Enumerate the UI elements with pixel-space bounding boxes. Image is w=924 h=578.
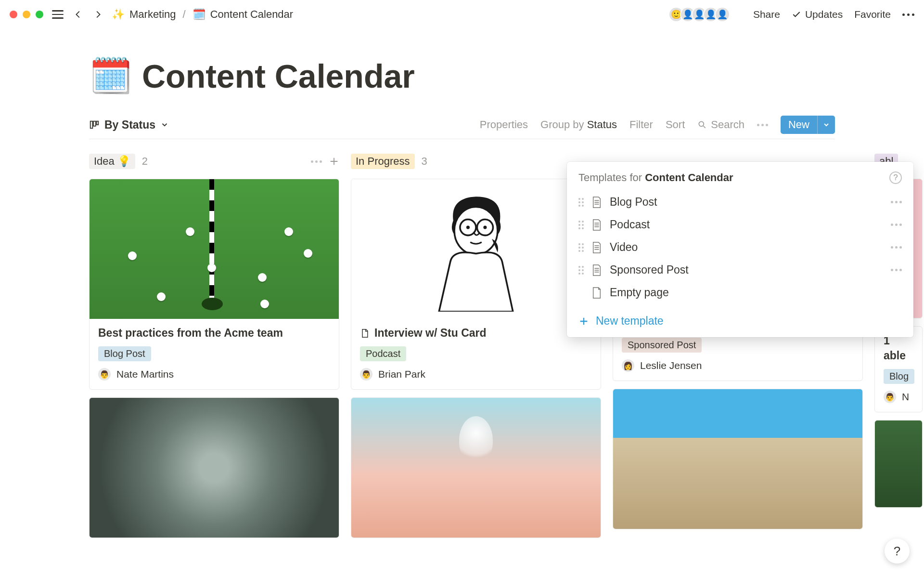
share-button[interactable]: Share: [753, 9, 780, 20]
avatar-icon: 👨: [884, 391, 896, 403]
properties-button[interactable]: Properties: [480, 118, 528, 131]
card-title: able: [884, 349, 913, 362]
svg-rect-0: [90, 121, 93, 129]
card-type-pill: Blog Post: [98, 346, 151, 361]
breadcrumb: ✨ Marketing / 🗓️ Content Calendar: [112, 8, 293, 21]
new-dropdown-button[interactable]: [817, 116, 835, 134]
drag-handle-icon[interactable]: [578, 266, 584, 275]
breadcrumb-separator: /: [183, 8, 186, 21]
forward-icon[interactable]: [92, 9, 103, 20]
view-name: By Status: [104, 118, 155, 131]
svg-point-9: [483, 226, 487, 229]
view-more-icon[interactable]: [757, 124, 768, 126]
column-tag[interactable]: Idea💡: [89, 154, 135, 169]
template-item-blog-post[interactable]: Blog Post: [567, 191, 913, 213]
board-card[interactable]: Best practices from the Acme team Blog P…: [89, 179, 339, 390]
item-more-icon[interactable]: [891, 223, 902, 226]
card-cover: [875, 420, 922, 507]
favorite-button[interactable]: Favorite: [854, 9, 891, 20]
templates-popover: Templates for Content Calendar ? Blog Po…: [567, 162, 913, 337]
help-fab[interactable]: ?: [885, 539, 910, 564]
search-button[interactable]: Search: [697, 118, 744, 131]
illustration: [418, 186, 534, 312]
column-count: 3: [422, 155, 427, 168]
board-card[interactable]: 1 able Blog 👨 N: [874, 326, 923, 412]
item-more-icon[interactable]: [891, 201, 902, 203]
view-selector[interactable]: By Status: [89, 118, 169, 131]
breadcrumb-parent[interactable]: Marketing: [129, 8, 176, 21]
card-cover: [90, 179, 339, 319]
drag-handle-icon[interactable]: [578, 243, 584, 252]
updates-button[interactable]: Updates: [792, 9, 843, 20]
card-cover: [613, 389, 862, 529]
page-title-row: 🗓️ Content Calendar: [89, 55, 835, 96]
card-cover: [351, 179, 601, 319]
svg-point-8: [466, 226, 470, 229]
column-header: Idea💡 2: [89, 153, 339, 170]
column-header: In Progress 3: [351, 153, 601, 170]
drag-handle-icon[interactable]: [578, 198, 584, 207]
card-type-pill: Sponsored Post: [622, 338, 702, 353]
card-cover: [351, 398, 601, 538]
new-button[interactable]: New: [781, 116, 817, 134]
template-item-empty-page[interactable]: Empty page: [567, 281, 913, 304]
template-item-sponsored-post[interactable]: Sponsored Post: [567, 259, 913, 281]
board-card[interactable]: [351, 397, 601, 538]
more-menu-icon[interactable]: [902, 13, 914, 16]
card-type-pill: Blog: [884, 369, 914, 384]
close-window-button[interactable]: [10, 11, 17, 18]
card-cover: [90, 398, 339, 538]
item-more-icon[interactable]: [891, 246, 902, 249]
plus-icon: [578, 316, 589, 327]
column-tag[interactable]: In Progress: [351, 154, 415, 169]
page-icon: [591, 264, 602, 276]
template-item-video[interactable]: Video: [567, 236, 913, 259]
view-toolbar: By Status Properties Group by Status Fil…: [89, 116, 835, 139]
topbar: ✨ Marketing / 🗓️ Content Calendar 🙂👤👤👤👤 …: [0, 0, 924, 29]
sort-button[interactable]: Sort: [666, 118, 685, 131]
item-more-icon[interactable]: [891, 269, 902, 271]
board-card[interactable]: [89, 397, 339, 538]
board-card[interactable]: [874, 420, 923, 508]
card-type-pill: Podcast: [360, 346, 406, 361]
page-icon: [591, 287, 602, 299]
breadcrumb-page-icon: 🗓️: [192, 8, 205, 21]
page-icon: [591, 219, 602, 231]
card-title: Interview w/ Stu Card: [360, 327, 592, 340]
page-title[interactable]: Content Calendar: [142, 57, 415, 95]
card-author: 👨 N: [884, 391, 913, 403]
help-icon[interactable]: ?: [889, 171, 902, 184]
add-card-icon[interactable]: [329, 156, 339, 167]
board-column-idea: Idea💡 2 Best practices fr: [89, 153, 339, 546]
avatar-icon: 👨: [360, 368, 372, 381]
svg-rect-2: [97, 121, 99, 125]
board-card[interactable]: Interview w/ Stu Card Podcast 👨 Brian Pa…: [351, 179, 601, 390]
board-card[interactable]: [613, 389, 863, 529]
new-button-group: New: [781, 116, 835, 134]
minimize-window-button[interactable]: [23, 11, 30, 18]
sidebar-toggle-icon[interactable]: [52, 10, 64, 19]
board-column-in-progress: In Progress 3: [351, 153, 601, 546]
document-icon: [360, 328, 370, 338]
group-by-button[interactable]: Group by Status: [540, 118, 617, 131]
svg-point-3: [699, 121, 704, 126]
breadcrumb-page[interactable]: Content Calendar: [210, 8, 293, 21]
column-more-icon[interactable]: [311, 160, 322, 163]
collaborator-avatars[interactable]: 🙂👤👤👤👤: [672, 7, 730, 22]
page-icon[interactable]: 🗓️: [89, 55, 132, 96]
new-template-button[interactable]: New template: [567, 308, 913, 330]
card-author: 👨 Brian Park: [360, 368, 592, 381]
window-controls: [10, 11, 43, 18]
filter-button[interactable]: Filter: [629, 118, 653, 131]
template-item-podcast[interactable]: Podcast: [567, 213, 913, 236]
search-icon: [697, 120, 707, 130]
svg-rect-1: [93, 121, 96, 126]
column-count: 2: [142, 155, 148, 168]
chevron-down-icon: [822, 121, 830, 129]
drag-handle-icon[interactable]: [578, 221, 584, 229]
page-icon: [591, 196, 602, 209]
popover-title: Templates for Content Calendar ?: [567, 171, 913, 191]
back-icon[interactable]: [73, 9, 84, 20]
maximize-window-button[interactable]: [36, 11, 43, 18]
card-author: 👩 Leslie Jensen: [622, 359, 854, 372]
